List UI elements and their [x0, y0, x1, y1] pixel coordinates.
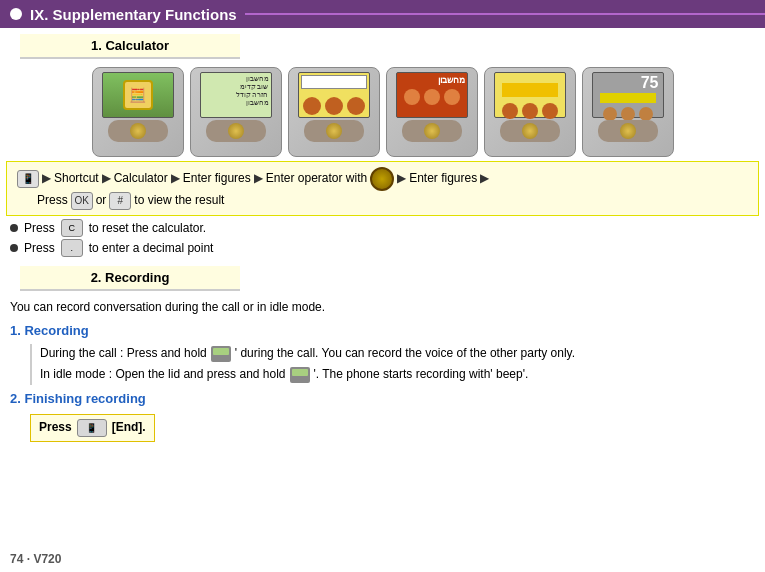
- phone-nav-3: [304, 120, 364, 142]
- phone-screen-3-bar: [299, 73, 369, 117]
- bullet-dot-2: [10, 244, 18, 252]
- calc-icon: 🧮: [123, 80, 153, 110]
- phone-image-4: מחשבון: [386, 67, 478, 157]
- calculator-images-row: 🧮 מחשבוןשוב קדימחזרה קודלמחשבון: [10, 67, 755, 157]
- calculator-section-header: 1. Calculator: [0, 28, 765, 63]
- ok-icon: OK: [71, 192, 93, 210]
- instruction-row-1: 📱 ▶ Shortcut ▶ Calculator ▶ Enter figure…: [17, 167, 748, 191]
- phone-image-6: 75: [582, 67, 674, 157]
- phone-nav-4: [402, 120, 462, 142]
- arrow-1: ▶: [42, 169, 51, 188]
- idle-mode-text: In idle mode : Open the lid and press an…: [40, 365, 286, 384]
- phone-bar-6: [600, 93, 656, 103]
- calculator-title: 1. Calculator: [20, 34, 240, 59]
- phone-screen-4: מחשבון: [396, 72, 468, 118]
- phone-nav-6: [598, 120, 658, 142]
- model-name: V720: [33, 552, 61, 566]
- during-call-text2: ' during the call. You can record the vo…: [235, 344, 575, 363]
- phone-input-bar: [301, 75, 367, 89]
- phone-screen-3: [298, 72, 370, 118]
- phone-nav-2: [206, 120, 266, 142]
- bullet-reset: Press C to reset the calculator.: [10, 219, 755, 237]
- phone-screen-6: 75: [592, 72, 664, 118]
- arrow-3: ▶: [171, 169, 180, 188]
- enter-figures-2-label: Enter figures: [409, 169, 477, 188]
- reset-text: to reset the calculator.: [89, 221, 206, 235]
- end-label: [End].: [112, 418, 146, 437]
- arrow-5: ▶: [397, 169, 406, 188]
- calculator-label: Calculator: [114, 169, 168, 188]
- press-label-2: Press: [24, 241, 55, 255]
- header-dot: [10, 8, 22, 20]
- phone-image-3: [288, 67, 380, 157]
- page-title: IX. Supplementary Functions: [30, 6, 237, 23]
- phone-bar-5: [502, 83, 558, 97]
- bullet-decimal: Press . to enter a decimal point: [10, 239, 755, 257]
- phone-image-2: מחשבוןשוב קדימחזרה קודלמחשבון: [190, 67, 282, 157]
- shortcut-label: Shortcut: [54, 169, 99, 188]
- idle-mode-line: In idle mode : Open the lid and press an…: [40, 365, 755, 384]
- press-label-1: Press: [24, 221, 55, 235]
- calculator-section: 1. Calculator 🧮 מחשבוןשוב קדימחזרה קודלמ…: [0, 28, 765, 257]
- topm-icon: 📱: [17, 170, 39, 188]
- recording-section-header: 2. Recording: [0, 260, 765, 295]
- calculator-bullets: Press C to reset the calculator. Press .…: [10, 219, 755, 257]
- phone-screen-5: [494, 72, 566, 118]
- phone-nav-1: [108, 120, 168, 142]
- bullet-dot-1: [10, 224, 18, 232]
- page-footer: 74 · V720: [10, 552, 61, 566]
- phone-image-1: 🧮: [92, 67, 184, 157]
- phone-display-4: מחשבון: [397, 73, 467, 107]
- finishing-title: 2. Finishing recording: [10, 389, 755, 410]
- arrow-4: ▶: [254, 169, 263, 188]
- enter-operator-label: Enter operator with: [266, 169, 367, 188]
- page-header: IX. Supplementary Functions: [0, 0, 765, 28]
- phone-nav-5: [500, 120, 560, 142]
- nav-dial-icon: [370, 167, 394, 191]
- header-line: [245, 13, 765, 15]
- decimal-icon: .: [61, 239, 83, 257]
- page-number: 74: [10, 552, 23, 566]
- phone-screen-2-text: מחשבוןשוב קדימחזרה קודלמחשבון: [201, 73, 271, 109]
- or-label: or: [96, 191, 107, 210]
- press-end-box: Press 📱 [End].: [30, 414, 155, 441]
- view-result-label: to view the result: [134, 191, 224, 210]
- recording-indented: During the call : Press and hold ' durin…: [30, 344, 755, 384]
- during-call-text: During the call : Press and hold: [40, 344, 207, 363]
- press-label-calc: Press: [37, 191, 68, 210]
- recording-content: You can record conversation during the c…: [10, 298, 755, 444]
- arrow-6: ▶: [480, 169, 489, 188]
- calculator-instruction-bar: 📱 ▶ Shortcut ▶ Calculator ▶ Enter figure…: [6, 161, 759, 216]
- phone-num-4: מחשבון: [399, 75, 465, 85]
- hold-phone-icon-1: [211, 346, 231, 362]
- end-icon: 📱: [77, 419, 107, 437]
- hash-icon: #: [109, 192, 131, 210]
- decimal-text: to enter a decimal point: [89, 241, 214, 255]
- recording-section: 2. Recording You can record conversation…: [0, 260, 765, 444]
- phone-result-6: 75: [593, 73, 663, 93]
- reset-icon: C: [61, 219, 83, 237]
- enter-figures-label: Enter figures: [183, 169, 251, 188]
- idle-mode-text2: '. The phone starts recording with' beep…: [314, 365, 529, 384]
- during-call-line: During the call : Press and hold ' durin…: [40, 344, 755, 363]
- instruction-row-2: Press OK or # to view the result: [17, 191, 748, 210]
- arrow-2: ▶: [102, 169, 111, 188]
- recording-sub1-title: 1. Recording: [10, 321, 755, 342]
- hold-phone-icon-2: [290, 367, 310, 383]
- phone-screen-1: 🧮: [102, 72, 174, 118]
- recording-intro: You can record conversation during the c…: [10, 298, 755, 317]
- phone-image-5: [484, 67, 576, 157]
- press-end-label: Press: [39, 418, 72, 437]
- phone-screen-2: מחשבוןשוב קדימחזרה קודלמחשבון: [200, 72, 272, 118]
- recording-title: 2. Recording: [20, 266, 240, 291]
